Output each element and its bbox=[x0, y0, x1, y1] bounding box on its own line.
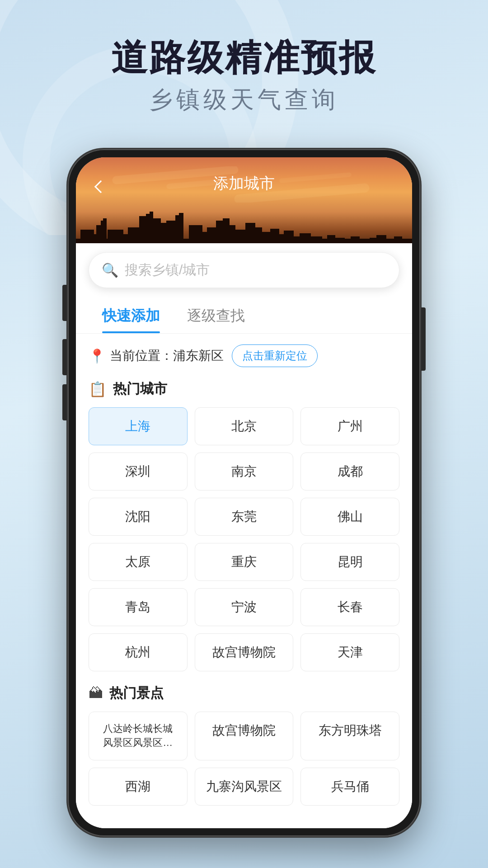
page-sub-title: 乡镇级天气查询 bbox=[0, 84, 488, 116]
back-chevron-icon bbox=[94, 180, 107, 193]
relocate-button[interactable]: 点击重新定位 bbox=[232, 344, 318, 367]
attraction-xihu[interactable]: 西湖 bbox=[89, 768, 188, 806]
location-row: 📍 当前位置：浦东新区 点击重新定位 bbox=[89, 344, 399, 367]
city-item-changchun[interactable]: 长春 bbox=[300, 588, 399, 626]
search-icon: 🔍 bbox=[102, 262, 118, 278]
city-item-foshan[interactable]: 佛山 bbox=[300, 498, 399, 536]
tabs-container: 快速添加 逐级查找 bbox=[76, 297, 412, 334]
city-item-kunming[interactable]: 昆明 bbox=[300, 543, 399, 581]
hot-cities-title: 热门城市 bbox=[113, 380, 167, 398]
city-item-shenyang[interactable]: 沈阳 bbox=[89, 498, 188, 536]
cloud-4 bbox=[279, 172, 352, 183]
city-item-shenzhen[interactable]: 深圳 bbox=[89, 453, 188, 491]
attractions-section: 🏔 热门景点 八达岭长城长城风景区风景区… 故宫博物院 东方明珠塔 西湖 九寨沟… bbox=[89, 684, 399, 806]
app-header: 添加城市 bbox=[76, 157, 412, 257]
attraction-badaling[interactable]: 八达岭长城长城风景区风景区… bbox=[89, 712, 188, 760]
city-item-chengdu[interactable]: 成都 bbox=[300, 453, 399, 491]
attractions-title: 热门景点 bbox=[109, 684, 164, 703]
phone-frame: 添加城市 🔍 搜索乡镇/城市 快速添加 逐级查找 📍 bbox=[68, 149, 420, 836]
search-bar[interactable]: 🔍 搜索乡镇/城市 bbox=[89, 252, 399, 288]
city-item-chongqing[interactable]: 重庆 bbox=[195, 543, 294, 581]
phone-wrapper: 添加城市 🔍 搜索乡镇/城市 快速添加 逐级查找 📍 bbox=[68, 149, 420, 836]
location-prefix: 当前位置：浦东新区 bbox=[110, 347, 224, 364]
attractions-grid: 八达岭长城长城风景区风景区… 故宫博物院 东方明珠塔 西湖 九寨沟风景区 兵马俑 bbox=[89, 712, 399, 806]
content-area: 📍 当前位置：浦东新区 点击重新定位 📋 热门城市 上海 北京 广州 深圳 bbox=[76, 334, 412, 828]
city-item-tianjin[interactable]: 天津 bbox=[300, 633, 399, 671]
city-item-shanghai[interactable]: 上海 bbox=[89, 407, 188, 445]
search-bar-container: 🔍 搜索乡镇/城市 bbox=[76, 243, 412, 297]
city-item-taiyuan[interactable]: 太原 bbox=[89, 543, 188, 581]
hot-cities-header: 📋 热门城市 bbox=[89, 380, 399, 398]
app-title: 添加城市 bbox=[213, 173, 275, 194]
page-main-title: 道路级精准预报 bbox=[0, 36, 488, 80]
location-pin-icon: 📍 bbox=[89, 348, 105, 364]
city-item-dongguan[interactable]: 东莞 bbox=[195, 498, 294, 536]
city-grid: 上海 北京 广州 深圳 南京 成都 沈阳 东莞 佛山 太原 重庆 昆明 青岛 宁… bbox=[89, 407, 399, 671]
city-item-hangzhou[interactable]: 杭州 bbox=[89, 633, 188, 671]
attraction-gugong[interactable]: 故宫博物院 bbox=[195, 712, 294, 760]
attraction-jiuzhaigou[interactable]: 九寨沟风景区 bbox=[195, 768, 294, 806]
city-item-gugong[interactable]: 故宫博物院 bbox=[195, 633, 294, 671]
attraction-oriental-pearl[interactable]: 东方明珠塔 bbox=[300, 712, 399, 760]
tab-quick-add[interactable]: 快速添加 bbox=[89, 297, 174, 333]
city-item-guangzhou[interactable]: 广州 bbox=[300, 407, 399, 445]
city-item-beijing[interactable]: 北京 bbox=[195, 407, 294, 445]
city-item-nanjing[interactable]: 南京 bbox=[195, 453, 294, 491]
attraction-bingmayong[interactable]: 兵马俑 bbox=[300, 768, 399, 806]
search-placeholder[interactable]: 搜索乡镇/城市 bbox=[125, 261, 386, 279]
phone-screen: 添加城市 🔍 搜索乡镇/城市 快速添加 逐级查找 📍 bbox=[76, 157, 412, 828]
header-section: 道路级精准预报 乡镇级天气查询 bbox=[0, 0, 488, 134]
city-item-qingdao[interactable]: 青岛 bbox=[89, 588, 188, 626]
city-item-ningbo[interactable]: 宁波 bbox=[195, 588, 294, 626]
hot-cities-icon: 📋 bbox=[89, 381, 107, 398]
attractions-header: 🏔 热门景点 bbox=[89, 684, 399, 703]
tab-step-find[interactable]: 逐级查找 bbox=[174, 297, 258, 333]
attractions-icon: 🏔 bbox=[89, 685, 103, 702]
back-button[interactable] bbox=[89, 175, 112, 198]
